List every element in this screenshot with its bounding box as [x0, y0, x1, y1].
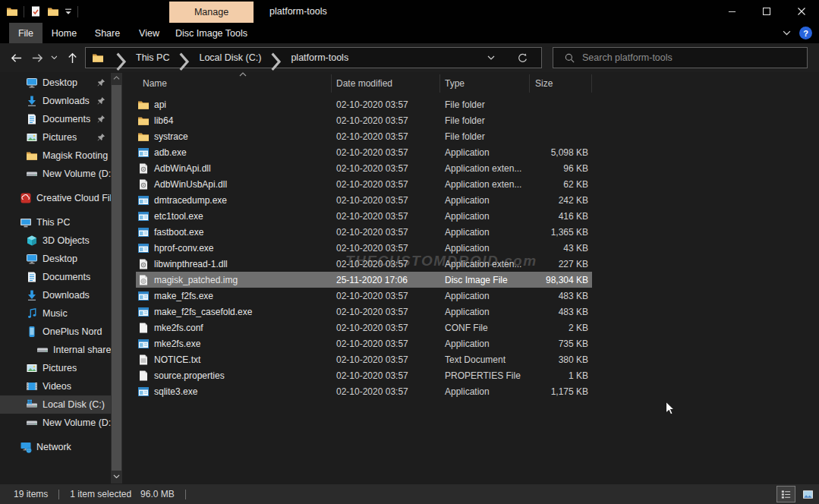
app-icon	[137, 290, 150, 302]
file-name-cell: api	[136, 99, 332, 111]
file-row-adbwinusbapi-dll[interactable]: AdbWinUsbApi.dll02-10-2020 03:57Applicat…	[136, 176, 592, 192]
tab-file[interactable]: File	[9, 23, 43, 43]
file-row-libwinpthread-1-dll[interactable]: libwinpthread-1.dll02-10-2020 03:57Appli…	[136, 256, 592, 272]
sidebar-item-videos[interactable]: Videos	[0, 377, 111, 395]
file-type: Application	[440, 147, 530, 158]
details-view-button[interactable]	[776, 486, 795, 502]
sidebar-item-label: New Volume (D:)	[43, 169, 111, 179]
file-row-mke2fs-conf[interactable]: mke2fs.conf02-10-2020 03:57CONF File2 KB	[136, 320, 592, 335]
pin-icon	[96, 115, 106, 124]
close-button[interactable]	[784, 0, 819, 23]
sidebar-item-desktop[interactable]: Desktop	[0, 250, 111, 268]
column-header-name[interactable]: Name	[124, 74, 332, 93]
file-date-modified: 02-10-2020 03:57	[332, 259, 440, 269]
chevron-down-icon	[51, 55, 58, 60]
explorer-folder-icon[interactable]	[6, 5, 18, 17]
sidebar-item-music[interactable]: Music	[0, 304, 111, 323]
file-row-magisk-patched-img[interactable]: magisk_patched.img25-11-2020 17:06Disc I…	[136, 272, 592, 288]
file-row-source-properties[interactable]: source.properties02-10-2020 03:57PROPERT…	[136, 367, 592, 383]
address-dropdown-icon[interactable]	[487, 55, 495, 60]
status-separator	[58, 490, 59, 499]
breadcrumb-this-pc[interactable]: This PC	[133, 52, 172, 63]
file-name-cell: make_f2fs_casefold.exe	[136, 306, 332, 318]
file-type: Application	[440, 339, 530, 349]
scroll-down-arrow-icon[interactable]	[111, 471, 122, 482]
file-row-make-f2fs-casefold-exe[interactable]: make_f2fs_casefold.exe02-10-2020 03:57Ap…	[136, 304, 592, 320]
sidebar-item-pictures[interactable]: Pictures	[0, 128, 111, 146]
scroll-up-arrow-icon[interactable]	[111, 73, 122, 83]
sidebar-item-label: Music	[43, 308, 68, 319]
disc-icon	[137, 274, 150, 286]
sidebar-item-downloads[interactable]: Downloads	[0, 286, 111, 304]
maximize-button[interactable]	[749, 0, 784, 23]
file-row-notice-txt[interactable]: NOTICE.txt02-10-2020 03:57Text Document3…	[136, 351, 592, 367]
file-row-hprof-conv-exe[interactable]: hprof-conv.exe02-10-2020 03:57Applicatio…	[136, 240, 592, 256]
forward-button[interactable]	[27, 43, 47, 72]
tab-disc-image-tools[interactable]: Disc Image Tools	[169, 23, 254, 43]
file-row-dmtracedump-exe[interactable]: dmtracedump.exe02-10-2020 03:57Applicati…	[136, 192, 592, 208]
column-header-size[interactable]: Size	[530, 74, 592, 93]
properties-check-icon[interactable]	[30, 5, 42, 17]
sidebar-item-magisk-rooting[interactable]: Magisk Rooting	[0, 146, 111, 165]
file-name-cell: mke2fs.conf	[136, 322, 332, 334]
file-row-lib64[interactable]: lib6402-10-2020 03:57File folder	[136, 112, 592, 128]
expand-ribbon-chevron-icon[interactable]	[783, 30, 791, 36]
sidebar-item-this-pc[interactable]: This PC	[0, 213, 111, 232]
minimize-button[interactable]	[714, 0, 749, 23]
up-button[interactable]	[62, 43, 82, 72]
file-row-fastboot-exe[interactable]: fastboot.exe02-10-2020 03:57Application1…	[136, 224, 592, 240]
sidebar-item-documents[interactable]: Documents	[0, 110, 111, 128]
manage-contextual-tab[interactable]: Manage	[169, 2, 254, 23]
breadcrumb-chevron-icon[interactable]	[115, 52, 128, 64]
file-size: 62 KB	[530, 179, 592, 190]
sidebar-item-label: Pictures	[43, 132, 77, 143]
sidebar-item-oneplus-nord[interactable]: OnePlus Nord	[0, 323, 111, 341]
sidebar-item-label: Documents	[43, 272, 90, 282]
column-header-type[interactable]: Type	[440, 74, 530, 93]
breadcrumb-platform-tools[interactable]: platform-tools	[288, 52, 351, 63]
search-input[interactable]: Search platform-tools	[553, 47, 808, 68]
breadcrumb-chevron-icon[interactable]	[178, 52, 191, 64]
sidebar-item-local-disk-c[interactable]: Local Disk (C:)	[0, 395, 111, 414]
thumbnail-view-button[interactable]	[799, 486, 817, 502]
file-row-systrace[interactable]: systrace02-10-2020 03:57File folder	[136, 128, 592, 144]
sidebar-item-creative-cloud-files[interactable]: Creative Cloud Files	[0, 189, 111, 207]
address-bar: This PC Local Disk (C:) platform-tools S…	[0, 43, 819, 72]
file-date-modified: 02-10-2020 03:57	[332, 179, 440, 190]
tab-home[interactable]: Home	[43, 23, 86, 43]
sidebar-item-new-volume-d[interactable]: New Volume (D:)	[0, 165, 111, 183]
details-view-icon	[780, 489, 792, 500]
breadcrumb-local-disk-c[interactable]: Local Disk (C:)	[196, 52, 264, 63]
refresh-icon[interactable]	[517, 52, 528, 64]
file-row-api[interactable]: api02-10-2020 03:57File folder	[136, 96, 592, 112]
file-row-etc1tool-exe[interactable]: etc1tool.exe02-10-2020 03:57Application4…	[136, 208, 592, 224]
file-size: 242 KB	[530, 195, 592, 206]
recent-locations-button[interactable]	[47, 43, 61, 72]
sidebar-item-documents[interactable]: Documents	[0, 268, 111, 286]
thumbnail-view-icon	[802, 489, 814, 500]
file-row-sqlite3-exe[interactable]: sqlite3.exe02-10-2020 03:57Application1,…	[136, 383, 592, 399]
sidebar-scrollbar[interactable]	[111, 73, 122, 484]
sidebar-item-desktop[interactable]: Desktop	[0, 74, 111, 92]
sidebar-item-network[interactable]: Network	[0, 438, 111, 456]
column-header-label: Size	[535, 78, 553, 89]
sidebar-item-3d-objects[interactable]: 3D Objects	[0, 232, 111, 250]
column-header-date-modified[interactable]: Date modified	[332, 74, 440, 93]
file-row-adb-exe[interactable]: adb.exe02-10-2020 03:57Application5,098 …	[136, 144, 592, 160]
breadcrumb-chevron-icon[interactable]	[270, 52, 282, 64]
breadcrumb[interactable]: This PC Local Disk (C:) platform-tools	[85, 47, 542, 68]
file-row-make-f2fs-exe[interactable]: make_f2fs.exe02-10-2020 03:57Application…	[136, 288, 592, 304]
file-row-adbwinapi-dll[interactable]: AdbWinApi.dll02-10-2020 03:57Application…	[136, 160, 592, 176]
scrollbar-thumb[interactable]	[112, 85, 121, 471]
sidebar-item-new-volume-d[interactable]: New Volume (D:)	[0, 414, 111, 432]
new-folder-icon[interactable]	[47, 5, 59, 17]
customize-dropdown-icon[interactable]	[65, 8, 72, 15]
help-icon[interactable]: ?	[799, 27, 812, 39]
sidebar-item-downloads[interactable]: Downloads	[0, 92, 111, 110]
sidebar-item-internal-shared[interactable]: Internal shared	[0, 341, 111, 359]
back-button[interactable]	[6, 43, 26, 72]
tab-view[interactable]: View	[129, 23, 169, 43]
tab-share[interactable]: Share	[86, 23, 129, 43]
sidebar-item-pictures[interactable]: Pictures	[0, 359, 111, 377]
file-row-mke2fs-exe[interactable]: mke2fs.exe02-10-2020 03:57Application735…	[136, 335, 592, 351]
